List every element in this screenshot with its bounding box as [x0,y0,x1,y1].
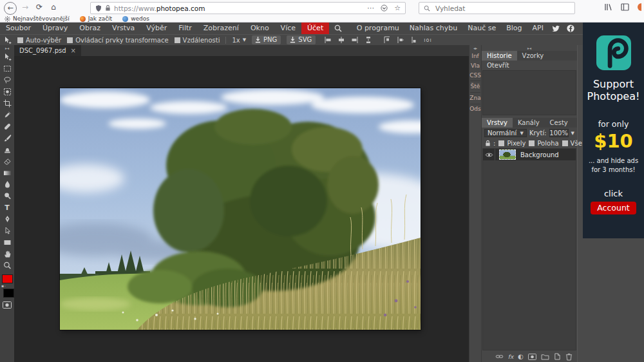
layer-row-background[interactable]: Background [483,149,576,160]
layer-visibility-eye-icon[interactable] [483,149,495,160]
new-layer-icon[interactable] [554,353,561,360]
clone-stamp-tool-icon[interactable] [0,144,14,155]
tab-vrstvy[interactable]: Vrstvy [482,118,513,128]
tab-historie[interactable]: Historie [482,51,517,61]
export-svg-button[interactable]: SVG [287,35,316,44]
collapse-panels-icon[interactable]: ▸◂ [482,45,577,51]
history-list[interactable] [482,70,576,115]
expand-panels-icon[interactable]: ◂▸ [469,46,481,50]
align-canvas-left-icon[interactable] [383,36,391,44]
menu-zobrazeni[interactable]: Zobrazení [198,23,245,34]
panel-tab-brushes[interactable]: Ště [469,83,481,90]
tab-cesty[interactable]: Cesty [545,118,573,128]
checkbox-icon[interactable] [17,37,23,43]
rectangle-shape-tool-icon[interactable] [0,236,14,248]
tab-vzorky[interactable]: Vzorky [517,51,549,61]
bookmark-top-sites[interactable]: Nejnavštěvovanější [5,15,70,22]
checkbox-icon[interactable] [175,37,180,43]
eraser-tool-icon[interactable] [0,155,14,167]
marquee-select-tool-icon[interactable] [0,62,14,74]
menu-o-programu[interactable]: O programu [352,23,404,34]
forward-icon[interactable]: → [19,2,31,14]
checkbox-icon[interactable] [67,37,73,43]
pocket-icon[interactable] [381,5,388,12]
align-center-icon[interactable] [337,36,345,44]
checkbox-icon[interactable] [498,140,504,146]
type-tool-icon[interactable]: T [0,202,14,213]
background-color-swatch[interactable] [3,289,14,298]
move-tool-icon[interactable] [0,51,14,62]
facebook-icon[interactable] [564,24,578,32]
layers-list[interactable]: Background [482,148,576,350]
lock-icon[interactable] [485,140,491,147]
quick-selection-tool-icon[interactable] [0,86,14,97]
hand-tool-icon[interactable] [0,248,14,260]
brush-tool-icon[interactable] [0,132,14,144]
canvas-area[interactable] [14,56,469,362]
zoom-level-select[interactable]: 1x ▼ [232,37,246,44]
lock-position-checkbox[interactable]: Poloha [529,140,558,147]
bookmark-wedos[interactable]: wedos [122,15,149,22]
menu-upravy[interactable]: Úpravy [37,23,73,34]
align-canvas-center-icon[interactable] [397,36,404,44]
checkbox-icon[interactable] [529,140,535,146]
lock-all-checkbox[interactable]: Vše [562,140,582,147]
close-tab-icon[interactable]: × [71,47,76,54]
lock-pixels-checkbox[interactable]: Pixely [498,140,526,147]
account-button[interactable]: Account [591,202,636,214]
menu-vyber[interactable]: Výběr [140,23,173,34]
align-right-icon[interactable] [351,36,359,44]
layer-name[interactable]: Background [520,151,559,158]
menu-vrstva[interactable]: Vrstva [106,23,140,34]
reload-icon[interactable]: ⟳ [33,2,45,14]
distribute-spacing-icon[interactable]: ıoı [424,37,431,43]
back-icon[interactable]: ← [4,2,17,15]
menu-nahlas-chybu[interactable]: Nahlas chybu [404,23,462,34]
blur-tool-icon[interactable] [0,178,14,190]
page-actions-icon[interactable]: ⋯ [367,4,374,12]
opacity-value[interactable]: 100% [549,129,569,137]
dodge-tool-icon[interactable] [0,190,14,202]
history-entry-open[interactable]: Otevřít [482,61,577,70]
new-folder-icon[interactable] [541,354,549,360]
direct-selection-tool-icon[interactable] [0,225,14,236]
menu-ucet[interactable]: Účet [301,23,329,34]
account-avatar-icon[interactable] [638,3,641,11]
tab-kanaly[interactable]: Kanály [513,118,545,128]
bookmark-get-started[interactable]: Jak začít [80,15,112,22]
checkbox-icon[interactable] [562,140,568,146]
delete-layer-trash-icon[interactable] [565,353,573,361]
swap-colors-icon[interactable]: ▪◦ [1,283,6,288]
layer-thumbnail[interactable] [499,149,516,160]
distribute-icon[interactable] [365,36,372,44]
transform-controls-checkbox[interactable]: Ovládací prvky transformace [67,37,168,44]
panel-tab-css[interactable]: CSS [469,72,481,79]
eyedropper-tool-icon[interactable] [0,109,14,120]
menu-okno[interactable]: Okno [245,23,275,34]
zoom-tool-icon[interactable] [0,260,14,271]
blend-mode-select[interactable]: Normální ▼ [484,129,527,137]
layer-effects-icon[interactable]: fx [508,354,514,360]
library-icon[interactable] [604,3,612,11]
search-bar[interactable] [419,2,575,14]
document-tab[interactable]: DSC_0967.psd × [14,45,81,56]
panel-tab-properties[interactable]: Vla [469,62,481,69]
support-ad-panel[interactable]: Support Photopea! for only $10 ... and h… [583,23,644,238]
menu-soubor[interactable]: Soubor [0,23,37,34]
twitter-icon[interactable] [549,25,564,32]
menu-api[interactable]: API [527,23,549,34]
photo-document[interactable] [60,88,421,330]
pen-tool-icon[interactable] [0,213,14,225]
menu-nauc-se[interactable]: Nauč se [462,23,501,34]
foreground-color-swatch[interactable] [2,274,13,283]
chevron-down-icon[interactable]: ▼ [571,131,574,136]
lasso-tool-icon[interactable] [0,74,14,86]
panel-tab-info[interactable]: Inf [469,53,481,59]
url-bar[interactable]: https://www.photopea.com ⋯ ☆ [90,2,406,14]
home-icon[interactable]: ⌂ [48,2,59,14]
menu-blog[interactable]: Blog [501,23,527,34]
align-canvas-right-icon[interactable] [410,36,418,44]
bookmark-star-icon[interactable]: ☆ [394,4,401,12]
adjustment-layer-icon[interactable]: ◐ [518,354,524,360]
export-png-button[interactable]: PNG [252,35,281,44]
